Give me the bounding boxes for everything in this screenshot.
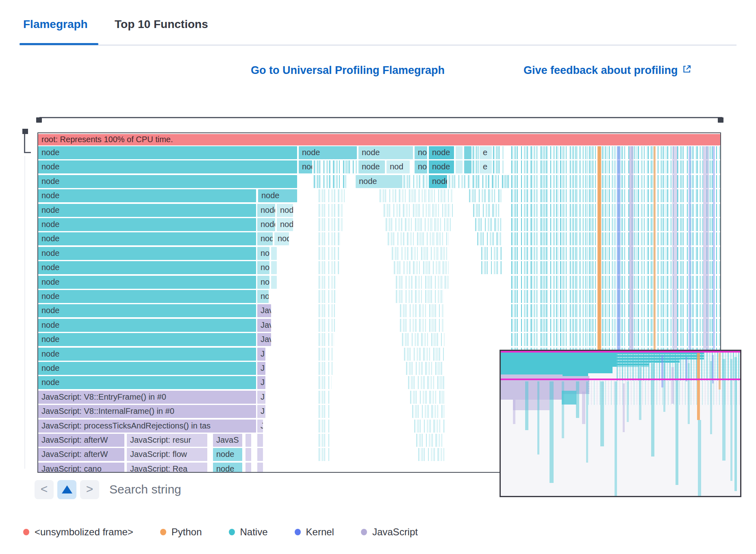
flame-block[interactable]: JavaScript bbox=[257, 333, 271, 346]
flame-block[interactable] bbox=[271, 261, 277, 274]
flame-block[interactable]: node bbox=[429, 146, 454, 159]
flame-block[interactable]: node bbox=[38, 175, 297, 188]
flame-block[interactable]: JavaScript: afterW bbox=[38, 434, 124, 447]
flame-block[interactable]: node bbox=[429, 175, 447, 188]
flame-block[interactable]: node bbox=[257, 276, 269, 289]
flame-block[interactable]: node bbox=[38, 160, 297, 173]
flame-block[interactable]: node bbox=[257, 290, 269, 303]
flame-block[interactable]: node bbox=[38, 290, 256, 303]
flame-block[interactable]: node bbox=[213, 448, 242, 461]
flame-block[interactable]: node bbox=[38, 304, 256, 317]
flame-block[interactable] bbox=[271, 276, 277, 289]
flame-block[interactable]: node bbox=[257, 247, 269, 260]
flame-block[interactable]: node bbox=[358, 160, 385, 173]
flame-block[interactable]: node bbox=[257, 204, 275, 217]
flame-block[interactable]: node bbox=[274, 232, 289, 245]
flame-block[interactable] bbox=[464, 160, 471, 173]
vertical-scroll-track[interactable] bbox=[24, 156, 25, 469]
flame-block[interactable]: node bbox=[38, 276, 256, 289]
minimap[interactable] bbox=[500, 350, 741, 497]
flame-block[interactable]: node bbox=[299, 146, 357, 159]
flame-block[interactable]: node bbox=[38, 146, 297, 159]
brush-handle-right[interactable] bbox=[718, 117, 723, 123]
flame-block[interactable]: node bbox=[356, 175, 402, 188]
flame-block[interactable]: J bbox=[257, 420, 263, 433]
flame-block[interactable]: JavaScript bbox=[257, 304, 271, 317]
flame-block[interactable]: node bbox=[38, 376, 256, 389]
flame-block[interactable]: node bbox=[38, 232, 256, 245]
flame-block[interactable]: J bbox=[257, 376, 265, 389]
give-feedback-link[interactable]: Give feedback about profiling bbox=[524, 64, 692, 77]
flame-block[interactable]: J bbox=[257, 391, 265, 404]
flame-block[interactable] bbox=[257, 434, 263, 447]
flame-block[interactable]: e bbox=[480, 160, 492, 173]
horizontal-brush-track[interactable] bbox=[39, 117, 722, 118]
flame-block[interactable]: node bbox=[358, 146, 413, 159]
flame-stripes bbox=[493, 160, 503, 173]
flame-block[interactable]: node bbox=[429, 160, 454, 173]
flame-block[interactable]: JavaS bbox=[213, 434, 242, 447]
flame-block[interactable]: JavaScript: resur bbox=[127, 434, 207, 447]
tab-top-10-functions[interactable]: Top 10 Functions bbox=[115, 18, 208, 31]
search-prev-button[interactable]: < bbox=[35, 480, 54, 499]
flame-block[interactable]: node bbox=[38, 189, 256, 202]
flame-block[interactable]: nod bbox=[387, 160, 410, 173]
flame-block[interactable]: node bbox=[277, 218, 293, 231]
flame-block[interactable]: root: Represents 100% of CPU time. bbox=[38, 134, 720, 145]
brush-handle-left[interactable] bbox=[36, 117, 42, 123]
flame-block[interactable]: node bbox=[38, 348, 256, 361]
flame-block[interactable]: JavaScript: processTicksAndRejections() … bbox=[38, 420, 256, 433]
flame-block[interactable]: node bbox=[299, 160, 312, 173]
flame-block[interactable]: node bbox=[38, 247, 256, 260]
flame-block[interactable] bbox=[245, 463, 251, 473]
flame-block[interactable]: JavaScript: Rea bbox=[127, 463, 207, 473]
flame-block[interactable]: node bbox=[415, 160, 427, 173]
flame-block[interactable] bbox=[257, 448, 263, 461]
search-next-button[interactable]: > bbox=[80, 480, 99, 499]
flame-block[interactable]: node bbox=[257, 218, 275, 231]
flame-stripes bbox=[511, 189, 720, 202]
minimap-viewport-line-bottom[interactable] bbox=[501, 379, 740, 380]
flame-block[interactable]: J bbox=[257, 348, 265, 361]
flame-block[interactable]: node bbox=[258, 189, 297, 202]
flame-block[interactable]: node bbox=[257, 232, 273, 245]
flame-block[interactable]: JavaScript: afterW bbox=[38, 448, 124, 461]
tab-flamegraph[interactable]: Flamegraph bbox=[23, 18, 88, 31]
flame-block[interactable]: J bbox=[257, 405, 265, 418]
flame-block[interactable]: J bbox=[257, 362, 265, 375]
flame-block[interactable]: node bbox=[38, 204, 256, 217]
vertical-brush-foot bbox=[24, 152, 31, 153]
flame-block[interactable] bbox=[456, 146, 463, 159]
flame-block[interactable] bbox=[245, 448, 251, 461]
flame-block[interactable] bbox=[271, 247, 277, 260]
minimap-viewport-line-top[interactable] bbox=[501, 351, 740, 353]
vertical-brush-handle[interactable] bbox=[22, 129, 28, 134]
flame-block[interactable]: node bbox=[38, 319, 256, 332]
flame-block[interactable]: node bbox=[415, 146, 427, 159]
flame-block[interactable]: node bbox=[277, 204, 293, 217]
give-feedback-label: Give feedback about profiling bbox=[524, 64, 678, 76]
tab-bar-divider bbox=[20, 45, 736, 45]
minimap-icicle bbox=[722, 359, 726, 461]
flame-block[interactable]: JavaScript: cano bbox=[38, 463, 124, 473]
vertical-brush-track[interactable] bbox=[24, 134, 25, 153]
flame-block[interactable]: JavaScript: flow bbox=[127, 448, 207, 461]
flame-block[interactable] bbox=[257, 463, 263, 473]
go-to-universal-profiling-link[interactable]: Go to Universal Profiling Flamegraph bbox=[251, 64, 445, 77]
flame-block[interactable]: e bbox=[480, 146, 492, 159]
flame-block[interactable] bbox=[245, 434, 251, 447]
flame-block[interactable]: node bbox=[213, 463, 242, 473]
flame-block[interactable] bbox=[464, 146, 471, 159]
search-input[interactable] bbox=[109, 482, 281, 497]
flame-block[interactable]: node bbox=[38, 333, 256, 346]
flame-block[interactable]: JavaScript bbox=[257, 319, 271, 332]
flame-block[interactable]: node bbox=[38, 362, 256, 375]
flame-block[interactable]: node bbox=[257, 261, 269, 274]
flame-block[interactable]: node bbox=[38, 218, 256, 231]
scroll-up-button[interactable] bbox=[57, 480, 76, 499]
flame-block[interactable] bbox=[456, 160, 463, 173]
flame-row: nodenode bbox=[38, 261, 720, 274]
flame-block[interactable]: JavaScript: V8::InternalFrame() in #0 bbox=[38, 405, 256, 418]
flame-block[interactable]: JavaScript: V8::EntryFrame() in #0 bbox=[38, 391, 256, 404]
flame-block[interactable]: node bbox=[38, 261, 256, 274]
